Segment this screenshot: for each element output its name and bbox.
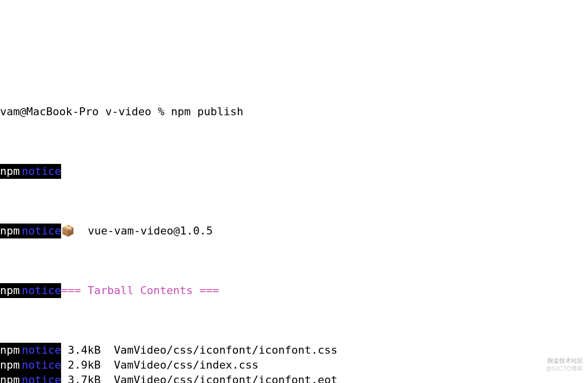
notice-line: npm notice (0, 164, 588, 179)
file-size: 2.9kB (61, 358, 114, 373)
tarball-content-row: npm notice 3.4kB VamVideo/css/iconfont/i… (0, 343, 588, 358)
notice-label: notice (21, 373, 61, 383)
file-path: VamVideo/css/index.css (114, 358, 344, 373)
package-line: npm notice 📦 vue-vam-video@1.0.5 (0, 224, 588, 238)
npm-prefix: npm (0, 373, 21, 383)
tarball-content-row: npm notice 3.7kB VamVideo/css/iconfont/i… (0, 373, 588, 383)
npm-prefix: npm (0, 358, 21, 373)
file-path: VamVideo/css/iconfont/iconfont.eot (114, 373, 344, 383)
npm-prefix: npm (0, 164, 21, 179)
file-path: VamVideo/css/iconfont/iconfont.css (114, 343, 344, 358)
notice-label: notice (21, 224, 61, 238)
npm-prefix: npm (0, 283, 21, 298)
tarball-contents-list: npm notice 3.4kB VamVideo/css/iconfont/i… (0, 343, 588, 383)
notice-label: notice (21, 164, 61, 179)
package-icon: 📦 (61, 224, 74, 238)
notice-label: notice (21, 283, 61, 298)
tarball-content-row: npm notice 2.9kB VamVideo/css/index.css (0, 358, 588, 373)
package-name: vue-vam-video@1.0.5 (74, 224, 213, 238)
file-size: 3.7kB (61, 373, 114, 383)
shell-prompt: vam@MacBook-Pro v-video % npm publish (0, 104, 243, 119)
tarball-contents-header: npm notice === Tarball Contents === (0, 283, 588, 298)
notice-label: notice (21, 358, 61, 373)
file-size: 3.4kB (61, 343, 114, 358)
npm-prefix: npm (0, 343, 21, 358)
section-header: === Tarball Contents === (61, 283, 219, 298)
watermark: @51CTO博客 (546, 361, 583, 376)
npm-prefix: npm (0, 224, 21, 238)
terminal-output: vam@MacBook-Pro v-video % npm publish np… (0, 60, 588, 383)
prompt-line: vam@MacBook-Pro v-video % npm publish (0, 104, 588, 119)
notice-label: notice (21, 343, 61, 358)
